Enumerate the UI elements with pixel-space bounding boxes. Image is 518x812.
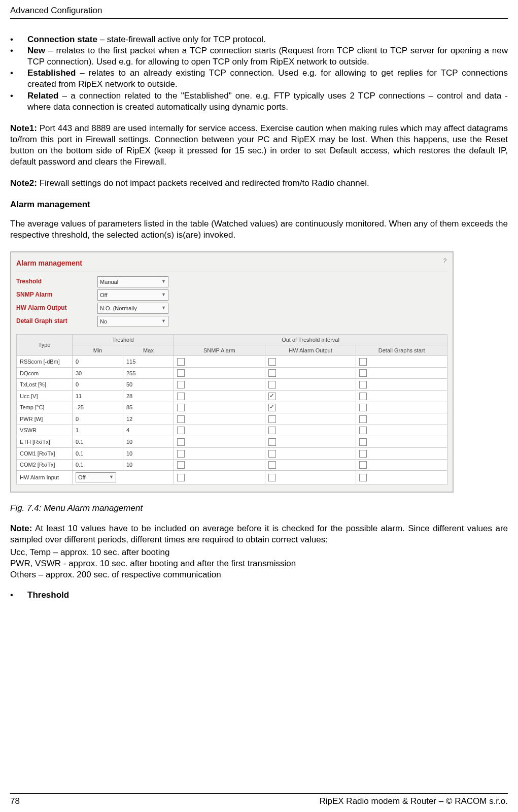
checkbox[interactable]: [177, 404, 185, 411]
checkbox[interactable]: [177, 369, 185, 377]
checkbox[interactable]: [268, 369, 276, 377]
cell-hw[interactable]: [265, 413, 356, 425]
cell-max[interactable]: 85: [123, 402, 174, 413]
checkbox[interactable]: [177, 438, 185, 446]
th-detail: Detail Graphs start: [356, 345, 447, 355]
cell-hw[interactable]: [265, 402, 356, 413]
checkbox[interactable]: [268, 415, 276, 423]
hw-alarm-input-select[interactable]: Off▼: [76, 472, 116, 482]
cell-snmp[interactable]: [174, 356, 265, 368]
cell-min[interactable]: -25: [73, 402, 123, 413]
select-snmp[interactable]: Off ▼: [97, 289, 168, 301]
checkbox[interactable]: [359, 393, 367, 400]
note2-text: Firewall settings do not impact packets …: [37, 178, 369, 188]
checkbox[interactable]: [268, 450, 276, 458]
checkbox[interactable]: [268, 381, 276, 388]
checkbox[interactable]: [177, 358, 185, 366]
cell-dg[interactable]: [356, 413, 447, 425]
cell-hw[interactable]: [265, 436, 356, 448]
checkbox[interactable]: [268, 461, 276, 469]
cell-min[interactable]: 30: [73, 367, 123, 379]
cell-hw[interactable]: [265, 367, 356, 379]
table-row: RSScom [-dBm]0115: [17, 356, 447, 368]
cell-max[interactable]: 12: [123, 413, 174, 425]
checkbox[interactable]: [268, 438, 276, 446]
cell-dg[interactable]: [356, 379, 447, 391]
cell-min[interactable]: 0: [73, 413, 123, 425]
cell-snmp[interactable]: [174, 379, 265, 391]
cell-max[interactable]: 10: [123, 448, 174, 460]
cell-dg[interactable]: [356, 391, 447, 402]
cell-hw[interactable]: [265, 391, 356, 402]
cell-max[interactable]: 10: [123, 436, 174, 448]
checkbox[interactable]: [268, 393, 276, 400]
cell-min[interactable]: 1: [73, 425, 123, 436]
checkbox[interactable]: [359, 369, 367, 377]
select-treshold[interactable]: Manual ▼: [97, 276, 168, 287]
cell-max[interactable]: 115: [123, 356, 174, 368]
cell-dg[interactable]: [356, 367, 447, 379]
cell-min[interactable]: 0.1: [73, 448, 123, 460]
cell-min[interactable]: 0: [73, 356, 123, 368]
cell-dg[interactable]: [356, 471, 447, 484]
cell-dg[interactable]: [356, 356, 447, 368]
cell-snmp[interactable]: [174, 402, 265, 413]
checkbox[interactable]: [268, 474, 276, 481]
checkbox[interactable]: [177, 450, 185, 458]
cell-snmp[interactable]: [174, 459, 265, 471]
checkbox[interactable]: [359, 358, 367, 366]
cell-min[interactable]: 0: [73, 379, 123, 391]
cell-hw[interactable]: [265, 448, 356, 460]
select-hw[interactable]: N.O. (Normally ▼: [97, 303, 168, 314]
cell-min[interactable]: 0.1: [73, 436, 123, 448]
select-detail[interactable]: No ▼: [97, 316, 168, 327]
cell-dg[interactable]: [356, 448, 447, 460]
cell-dg[interactable]: [356, 436, 447, 448]
cell-min[interactable]: 11: [73, 391, 123, 402]
cell-snmp[interactable]: [174, 413, 265, 425]
checkbox[interactable]: [359, 461, 367, 469]
cell-hw[interactable]: [265, 379, 356, 391]
cell-min[interactable]: 0.1: [73, 459, 123, 471]
cell-hw[interactable]: [265, 356, 356, 368]
checkbox[interactable]: [177, 474, 185, 481]
cell-hw[interactable]: [265, 425, 356, 436]
cell-dg[interactable]: [356, 402, 447, 413]
checkbox[interactable]: [359, 438, 367, 446]
checkbox[interactable]: [359, 450, 367, 458]
cell-snmp[interactable]: [174, 425, 265, 436]
th-hw: HW Alarm Output: [265, 345, 356, 355]
cell-snmp[interactable]: [174, 436, 265, 448]
checkbox[interactable]: [268, 427, 276, 434]
cell-hw[interactable]: [265, 459, 356, 471]
cell-hw[interactable]: [265, 471, 356, 484]
cell-snmp[interactable]: [174, 448, 265, 460]
bullet-mark: •: [10, 590, 27, 601]
cell-select[interactable]: Off▼: [73, 471, 174, 484]
checkbox[interactable]: [177, 461, 185, 469]
checkbox[interactable]: [268, 358, 276, 366]
select-value: Off: [100, 291, 107, 299]
checkbox[interactable]: [177, 381, 185, 388]
cell-snmp[interactable]: [174, 471, 265, 484]
checkbox[interactable]: [359, 381, 367, 388]
cell-max[interactable]: 50: [123, 379, 174, 391]
cell-snmp[interactable]: [174, 367, 265, 379]
checkbox[interactable]: [177, 393, 185, 400]
checkbox[interactable]: [359, 474, 367, 481]
cell-max[interactable]: 255: [123, 367, 174, 379]
checkbox[interactable]: [359, 415, 367, 423]
checkbox[interactable]: [177, 427, 185, 434]
cell-snmp[interactable]: [174, 391, 265, 402]
checkbox[interactable]: [177, 415, 185, 423]
cell-max[interactable]: 10: [123, 459, 174, 471]
checkbox[interactable]: [359, 404, 367, 411]
help-icon[interactable]: ?: [443, 257, 446, 266]
note2-label: Note2:: [10, 178, 37, 188]
cell-max[interactable]: 28: [123, 391, 174, 402]
checkbox[interactable]: [359, 427, 367, 434]
cell-dg[interactable]: [356, 425, 447, 436]
cell-max[interactable]: 4: [123, 425, 174, 436]
cell-dg[interactable]: [356, 459, 447, 471]
checkbox[interactable]: [268, 404, 276, 411]
